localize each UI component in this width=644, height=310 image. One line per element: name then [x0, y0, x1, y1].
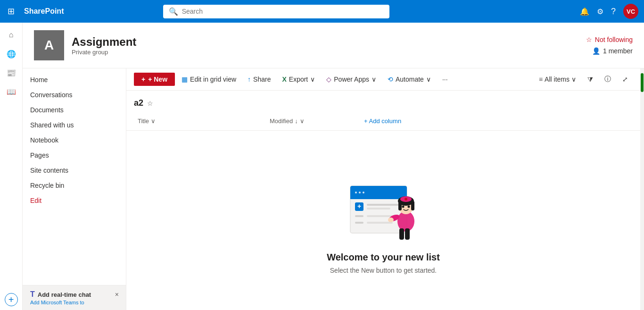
- title-sort-icon: ∨: [151, 117, 156, 125]
- member-info[interactable]: 👤 1 member: [592, 47, 633, 55]
- export-button[interactable]: X Export ∨: [277, 73, 320, 86]
- teams-icon: T: [30, 290, 35, 299]
- modified-chevron-icon: ∨: [300, 117, 305, 125]
- site-type: Private group: [72, 49, 586, 56]
- sidebar-book-icon[interactable]: 📖: [3, 83, 20, 100]
- title-column-header[interactable]: Title ∨: [134, 116, 266, 126]
- svg-point-18: [388, 218, 394, 222]
- scrollbar[interactable]: [640, 68, 644, 310]
- left-sidebar: ⌂ 🌐 📰 📖 +: [0, 23, 23, 310]
- content-area: Home Conversations Documents Shared with…: [23, 68, 644, 310]
- search-input[interactable]: [182, 8, 384, 15]
- waffle-icon[interactable]: ⊞: [6, 4, 17, 18]
- all-items-chevron-icon: ∨: [571, 75, 576, 83]
- toolbar: + + New ▦ Edit in grid view ↑ Share X Ex…: [126, 68, 640, 91]
- sidebar-globe-icon[interactable]: 🌐: [3, 45, 20, 62]
- scroll-thumb: [641, 73, 644, 92]
- svg-point-4: [359, 192, 361, 193]
- chat-box: T Add real-time chat × Add Microsoft Tea…: [23, 285, 126, 310]
- svg-rect-13: [367, 222, 393, 224]
- power-apps-chevron-icon: ∨: [372, 75, 376, 83]
- more-button[interactable]: ···: [438, 73, 453, 86]
- site-header: A Assignment Private group ☆ Not followi…: [23, 23, 644, 68]
- welcome-subtitle: Select the New button to get started.: [330, 267, 437, 274]
- nav-item-home[interactable]: Home: [23, 72, 126, 87]
- left-nav: Home Conversations Documents Shared with…: [23, 68, 126, 310]
- svg-point-5: [363, 192, 364, 193]
- welcome-title: Welcome to your new list: [327, 252, 440, 263]
- top-nav: ⊞ SharePoint 🔍 🔔 ⚙ ? VC: [0, 0, 644, 23]
- modified-column-header[interactable]: Modified ↓ ∨: [266, 116, 360, 126]
- app-logo: SharePoint: [24, 7, 64, 16]
- new-button[interactable]: + + New: [134, 73, 175, 86]
- nav-item-site-contents[interactable]: Site contents: [23, 163, 126, 178]
- site-actions: ☆ Not following 👤 1 member: [586, 36, 633, 55]
- help-icon[interactable]: ?: [611, 7, 616, 17]
- edit-grid-view-button[interactable]: ▦ Edit in grid view: [177, 73, 241, 86]
- automate-button[interactable]: ⟲ Automate ∨: [383, 73, 436, 86]
- automate-chevron-icon: ∨: [426, 75, 431, 83]
- column-headers: Title ∨ Modified ↓ ∨ + Add column: [126, 112, 640, 131]
- expand-button[interactable]: ⤢: [618, 73, 633, 86]
- all-items-button[interactable]: ≡ All items ∨: [534, 73, 581, 86]
- nav-item-notebook[interactable]: Notebook: [23, 133, 126, 148]
- not-following-label: Not following: [595, 36, 633, 43]
- svg-rect-16: [405, 228, 410, 240]
- svg-point-26: [408, 205, 410, 208]
- search-bar: 🔍: [163, 5, 389, 18]
- top-nav-icons: 🔔 ⚙ ? VC: [580, 4, 638, 19]
- not-following-button[interactable]: ☆ Not following: [586, 36, 633, 43]
- star-empty-icon: ☆: [586, 36, 592, 43]
- export-chevron-icon: ∨: [310, 75, 315, 83]
- svg-rect-2: [350, 193, 407, 199]
- svg-rect-21: [398, 201, 402, 210]
- chat-box-title: T Add real-time chat: [30, 290, 91, 299]
- illustration: +: [341, 167, 426, 243]
- svg-rect-22: [411, 201, 414, 210]
- chat-box-header: T Add real-time chat ×: [30, 290, 119, 299]
- site-logo: A: [34, 30, 64, 60]
- site-info: Assignment Private group: [72, 35, 586, 56]
- add-column-button[interactable]: + Add column: [360, 116, 405, 126]
- svg-rect-10: [355, 215, 363, 217]
- svg-point-25: [402, 205, 405, 208]
- svg-rect-9: [367, 208, 390, 209]
- nav-item-pages[interactable]: Pages: [23, 148, 126, 163]
- new-label: + New: [148, 75, 167, 83]
- nav-item-edit[interactable]: Edit: [23, 193, 126, 208]
- notification-icon[interactable]: 🔔: [580, 7, 589, 16]
- svg-point-3: [355, 192, 357, 193]
- sidebar-add-icon[interactable]: +: [5, 293, 18, 306]
- expand-icon: ⤢: [622, 75, 628, 83]
- member-count: 1 member: [603, 47, 633, 55]
- new-plus-icon: +: [141, 75, 145, 83]
- filter-button[interactable]: ⧩: [583, 73, 598, 86]
- power-apps-button[interactable]: ◇ Power Apps ∨: [322, 73, 381, 86]
- main-content: A Assignment Private group ☆ Not followi…: [23, 23, 644, 310]
- automate-icon: ⟲: [388, 75, 393, 83]
- svg-rect-8: [367, 204, 400, 206]
- search-icon: 🔍: [169, 7, 178, 16]
- chat-close-button[interactable]: ×: [115, 291, 119, 298]
- modified-sort-icon: ↓: [295, 117, 298, 125]
- share-button[interactable]: ↑ Share: [243, 73, 275, 86]
- site-name: Assignment: [72, 35, 586, 49]
- list-name: a2: [134, 98, 143, 108]
- nav-item-documents[interactable]: Documents: [23, 102, 126, 117]
- power-apps-icon: ◇: [326, 75, 331, 83]
- nav-item-conversations[interactable]: Conversations: [23, 87, 126, 102]
- list-favorite-icon[interactable]: ☆: [147, 100, 153, 107]
- avatar[interactable]: VC: [623, 4, 638, 19]
- svg-text:+: +: [357, 202, 361, 210]
- share-icon: ↑: [248, 75, 251, 83]
- info-button[interactable]: ⓘ: [600, 72, 616, 86]
- excel-icon: X: [282, 75, 286, 83]
- settings-icon[interactable]: ⚙: [597, 7, 603, 16]
- sidebar-home-icon[interactable]: ⌂: [3, 26, 20, 43]
- sidebar-news-icon[interactable]: 📰: [3, 64, 20, 81]
- nav-item-shared-with-us[interactable]: Shared with us: [23, 117, 126, 133]
- view-icon: ≡: [539, 75, 543, 83]
- info-icon: ⓘ: [604, 75, 611, 84]
- svg-point-24: [405, 198, 407, 201]
- nav-item-recycle-bin[interactable]: Recycle bin: [23, 178, 126, 193]
